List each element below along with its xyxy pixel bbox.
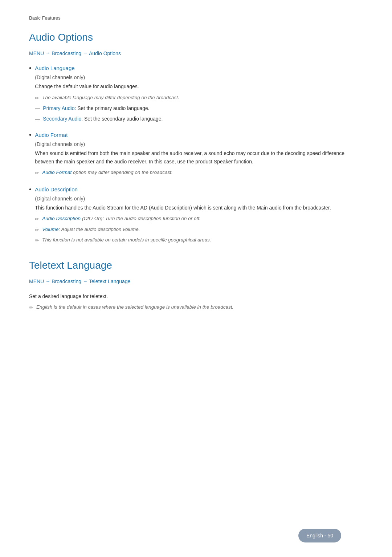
audio-description-notes: ✏ Audio Description (Off / On): Turn the… (35, 215, 363, 244)
teletext-breadcrumb-broadcasting[interactable]: Broadcasting (52, 277, 81, 285)
audio-language-content: Audio Language (Digital channels only) C… (35, 64, 363, 125)
volume-link[interactable]: Volume (42, 227, 58, 232)
bullet-dot-1: • (29, 63, 31, 74)
pencil-icon-1: ✏ (35, 94, 39, 102)
note-item-ad-2: ✏ Volume: Adjust the audio description v… (35, 225, 363, 234)
bullet-dot-2: • (29, 130, 31, 141)
audio-language-link[interactable]: Audio Language (35, 65, 74, 71)
audio-description-note-link[interactable]: Audio Description (42, 216, 81, 221)
dash-icon-1: — (35, 104, 40, 112)
note-item-format-1: ✏ Audio Format option may differ dependi… (35, 168, 363, 177)
audio-format-description: When sound is emitted from both the main… (35, 149, 363, 166)
ad-rest-1: : Turn the audio description function on… (102, 216, 201, 221)
secondary-audio-rest: : Set the secondary audio language. (81, 116, 163, 122)
audio-options-breadcrumb: MENU → Broadcasting → Audio Options (29, 49, 363, 57)
list-item-audio-format: • Audio Format (Digital channels only) W… (29, 131, 363, 179)
audio-language-subtitle: (Digital channels only) (35, 73, 363, 81)
teletext-notes: ✏ English is the default in cases where … (29, 303, 363, 312)
audio-format-note-rest: option may differ depending on the broad… (72, 170, 172, 175)
teletext-note-text: English is the default in cases where th… (36, 303, 233, 311)
teletext-breadcrumb-arrow-1: → (45, 278, 50, 285)
dash-icon-2: — (35, 115, 40, 123)
audio-description-content: Audio Description (Digital channels only… (35, 185, 363, 247)
note-ad-content-1: Audio Description (Off / On): Turn the a… (42, 215, 201, 223)
teletext-description: Set a desired language for teletext. (29, 292, 363, 300)
audio-options-title: Audio Options (29, 29, 363, 46)
pencil-icon-4: ✏ (35, 226, 39, 234)
note-item-ad-1: ✏ Audio Description (Off / On): Turn the… (35, 215, 363, 223)
audio-format-content: Audio Format (Digital channels only) Whe… (35, 131, 363, 179)
audio-options-list: • Audio Language (Digital channels only)… (29, 64, 363, 247)
breadcrumb-arrow-2: → (83, 49, 87, 57)
breadcrumb-audio-options[interactable]: Audio Options (89, 49, 121, 57)
pencil-icon-teletext: ✏ (29, 304, 33, 312)
audio-format-subtitle: (Digital channels only) (35, 140, 363, 148)
teletext-breadcrumb-arrow-2: → (83, 278, 87, 285)
primary-audio-rest: : Set the primary audio language. (74, 105, 149, 111)
breadcrumb-menu[interactable]: MENU (29, 49, 44, 57)
pencil-icon-5: ✏ (35, 236, 39, 244)
audio-format-note-link[interactable]: Audio Format (42, 170, 72, 175)
note-item-teletext-1: ✏ English is the default in cases where … (29, 303, 363, 312)
list-item-audio-language: • Audio Language (Digital channels only)… (29, 64, 363, 125)
dash-content-1: Primary Audio: Set the primary audio lan… (43, 104, 149, 112)
pencil-icon-3: ✏ (35, 215, 39, 223)
audio-language-description: Change the default value for audio langu… (35, 82, 363, 90)
audio-description-subtitle: (Digital channels only) (35, 195, 363, 203)
bullet-dot-3: • (29, 184, 31, 195)
breadcrumb-arrow-1: → (45, 49, 50, 57)
basic-features-label: Basic Features (29, 15, 363, 22)
note-ad-content-2: Volume: Adjust the audio description vol… (42, 225, 140, 233)
teletext-breadcrumb-menu[interactable]: MENU (29, 277, 44, 285)
breadcrumb-broadcasting[interactable]: Broadcasting (52, 49, 81, 57)
audio-format-notes: ✏ Audio Format option may differ dependi… (35, 168, 363, 177)
dash-secondary-audio: — Secondary Audio: Set the secondary aud… (35, 115, 363, 123)
teletext-title: Teletext Language (29, 257, 363, 274)
pencil-icon-2: ✏ (35, 169, 39, 177)
note-format-content: Audio Format option may differ depending… (42, 168, 172, 176)
ad-on: On (94, 216, 101, 221)
dash-primary-audio: — Primary Audio: Set the primary audio l… (35, 104, 363, 112)
ad-slash: / (90, 216, 94, 221)
note-ad-text-3: This function is not available on certai… (42, 236, 211, 244)
teletext-breadcrumb: MENU → Broadcasting → Teletext Language (29, 277, 363, 285)
teletext-breadcrumb-teletext[interactable]: Teletext Language (89, 277, 130, 285)
audio-description-link[interactable]: Audio Description (35, 186, 78, 192)
list-item-audio-description: • Audio Description (Digital channels on… (29, 185, 363, 247)
dash-content-2: Secondary Audio: Set the secondary audio… (43, 115, 163, 123)
note-text-1: The available language may differ depend… (42, 94, 179, 102)
note-item-ad-3: ✏ This function is not available on cert… (35, 236, 363, 244)
audio-format-link[interactable]: Audio Format (35, 132, 68, 138)
ad-off: Off (83, 216, 90, 221)
footer-badge: English - 50 (298, 529, 341, 542)
note-item-1: ✏ The available language may differ depe… (35, 94, 363, 102)
primary-audio-link[interactable]: Primary Audio (43, 105, 74, 111)
secondary-audio-link[interactable]: Secondary Audio (43, 116, 81, 122)
audio-language-notes: ✏ The available language may differ depe… (35, 94, 363, 102)
ad-rest-2: : Adjust the audio description volume. (59, 227, 140, 232)
audio-description-description: This function handles the Audio Stream f… (35, 204, 363, 212)
